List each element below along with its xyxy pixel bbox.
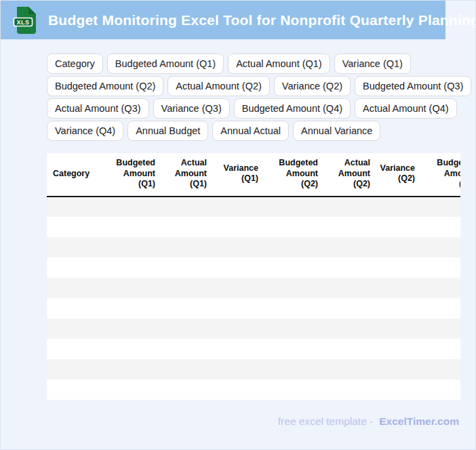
column-chip-list: Category Budgeted Amount (Q1) Actual Amo… bbox=[47, 54, 475, 141]
table-header: Category Budgeted Amount (Q1) Actual Amo… bbox=[47, 153, 460, 197]
table-body bbox=[47, 197, 460, 400]
chip-category[interactable]: Category bbox=[47, 54, 103, 74]
column-header-category: Category bbox=[47, 153, 106, 197]
chip-actual-amount-q3[interactable]: Actual Amount (Q3) bbox=[47, 98, 149, 119]
table-row bbox=[47, 359, 460, 380]
chip-budgeted-amount-q2[interactable]: Budgeted Amount (Q2) bbox=[47, 76, 163, 96]
table-row bbox=[47, 339, 460, 359]
chip-variance-q4[interactable]: Variance (Q4) bbox=[47, 121, 123, 141]
budget-table-container: Category Budgeted Amount (Q1) Actual Amo… bbox=[47, 153, 460, 400]
chip-budgeted-amount-q1[interactable]: Budgeted Amount (Q1) bbox=[107, 54, 224, 74]
chip-actual-amount-q2[interactable]: Actual Amount (Q2) bbox=[167, 76, 270, 96]
column-header-budgeted-amount-q3: Budgeted Amount (Q3) bbox=[420, 153, 460, 197]
chip-budgeted-amount-q4[interactable]: Budgeted Amount (Q4) bbox=[234, 98, 351, 119]
budget-table: Category Budgeted Amount (Q1) Actual Amo… bbox=[47, 153, 460, 400]
column-header-variance-q2: Variance (Q2) bbox=[376, 153, 420, 197]
chip-budgeted-amount-q3[interactable]: Budgeted Amount (Q3) bbox=[355, 76, 471, 96]
header-bar: XLS Budget Monitoring Excel Tool for Non… bbox=[1, 1, 445, 39]
footer: free excel template - ExcelTimer.com bbox=[278, 415, 459, 428]
page: XLS Budget Monitoring Excel Tool for Non… bbox=[0, 0, 476, 450]
table-row bbox=[47, 237, 460, 258]
chip-annual-variance[interactable]: Annual Variance bbox=[293, 121, 380, 141]
chip-variance-q3[interactable]: Variance (Q3) bbox=[153, 98, 230, 119]
chip-variance-q2[interactable]: Variance (Q2) bbox=[274, 76, 351, 96]
chip-variance-q1[interactable]: Variance (Q1) bbox=[334, 54, 411, 74]
chip-annual-actual[interactable]: Annual Actual bbox=[212, 121, 289, 141]
page-title: Budget Monitoring Excel Tool for Nonprof… bbox=[48, 12, 476, 28]
table-row bbox=[47, 298, 460, 319]
column-header-actual-amount-q2: Actual Amount (Q2) bbox=[323, 153, 376, 197]
footer-brand-link[interactable]: ExcelTimer.com bbox=[379, 415, 459, 428]
column-header-budgeted-amount-q2: Budgeted Amount (Q2) bbox=[264, 153, 323, 197]
table-row bbox=[47, 258, 460, 278]
column-header-budgeted-amount-q1: Budgeted Amount (Q1) bbox=[106, 153, 161, 197]
table-row bbox=[47, 380, 460, 400]
footer-tagline: free excel template - bbox=[278, 415, 373, 428]
column-header-actual-amount-q1: Actual Amount (Q1) bbox=[161, 153, 212, 197]
chip-actual-amount-q1[interactable]: Actual Amount (Q1) bbox=[228, 54, 330, 74]
chip-annual-budget[interactable]: Annual Budget bbox=[127, 121, 208, 141]
xls-file-icon: XLS bbox=[12, 6, 39, 35]
table-row bbox=[47, 319, 460, 339]
table-row bbox=[47, 278, 460, 298]
table-row bbox=[47, 197, 460, 217]
table-row bbox=[47, 217, 460, 237]
chip-actual-amount-q4[interactable]: Actual Amount (Q4) bbox=[355, 98, 457, 119]
xls-badge-text: XLS bbox=[16, 19, 29, 26]
column-header-variance-q1: Variance (Q1) bbox=[212, 153, 264, 197]
